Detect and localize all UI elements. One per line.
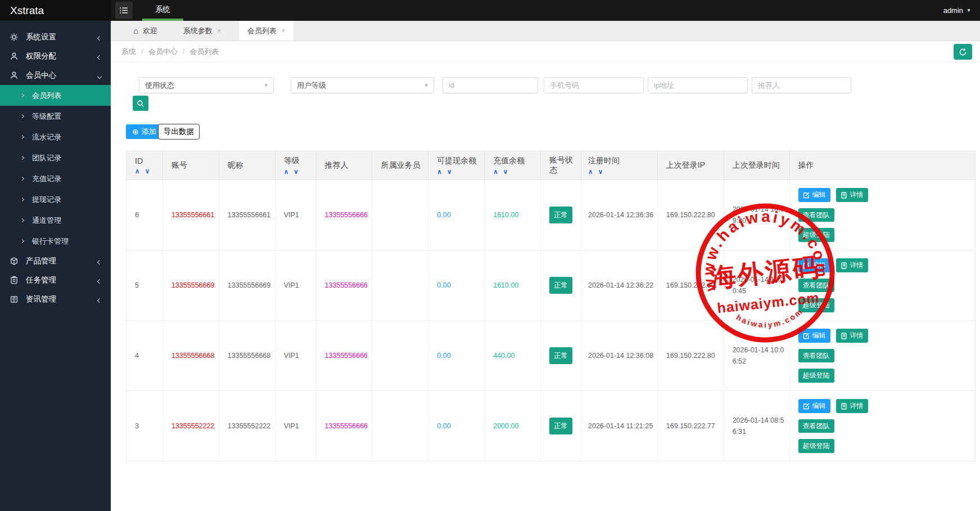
- topnav-item-system[interactable]: 系统: [142, 0, 183, 21]
- tab-system-params[interactable]: 系统参数 ×: [175, 21, 230, 41]
- cell-reg-time: 2026-01-14 11:21:25: [581, 391, 657, 461]
- chevron-left-icon: [98, 295, 101, 304]
- cell-account[interactable]: 13355552222: [162, 391, 219, 461]
- sidebar-subitem-recharge-records[interactable]: 充值记录: [0, 168, 111, 189]
- cube-icon: [10, 257, 19, 266]
- level-select[interactable]: 用户等级 ▾: [291, 77, 434, 93]
- chevron-right-icon: [20, 239, 24, 243]
- tab-welcome[interactable]: ⌂ 欢迎: [125, 21, 166, 41]
- refresh-button[interactable]: [954, 44, 972, 60]
- cell-level: VIP1: [275, 321, 316, 391]
- edit-button[interactable]: 编辑: [798, 258, 830, 272]
- chevron-left-icon: [98, 257, 101, 266]
- edit-button[interactable]: 编辑: [798, 399, 830, 413]
- sidebar-subitem-withdraw-records[interactable]: 提现记录: [0, 189, 111, 210]
- view-team-button[interactable]: 查看团队: [798, 419, 834, 433]
- cell-referrer[interactable]: 13355556666: [316, 391, 372, 461]
- sidebar-item-task-mgmt[interactable]: 任务管理: [0, 271, 111, 290]
- cell-account[interactable]: 13355556668: [162, 321, 219, 391]
- super-login-button[interactable]: 超级登陆: [798, 298, 834, 312]
- brand-logo: Xstrata: [0, 0, 111, 21]
- user-menu[interactable]: admin ▼: [943, 0, 971, 21]
- sidebar-subitem-bankcard-mgmt[interactable]: 银行卡管理: [0, 231, 111, 252]
- cell-actions: 编辑 详情 查看团队 超级登陆: [789, 391, 976, 461]
- chevron-right-icon: [20, 177, 24, 181]
- id-input[interactable]: [442, 77, 538, 93]
- chevron-right-icon: [20, 114, 24, 118]
- username: admin: [943, 0, 963, 21]
- edit-icon: [803, 403, 810, 410]
- edit-button[interactable]: 编辑: [798, 188, 830, 201]
- cell-account[interactable]: 13355556669: [162, 250, 219, 320]
- chevron-right-icon: [20, 135, 24, 139]
- chevron-left-icon: [98, 52, 101, 61]
- cell-last-ip: 169.150.222.77: [657, 391, 724, 461]
- cell-withdrawable: 0.00: [428, 391, 484, 461]
- sidebar-subitem-member-list[interactable]: 会员列表: [0, 85, 111, 106]
- super-login-button[interactable]: 超级登陆: [798, 369, 834, 382]
- view-team-button[interactable]: 查看团队: [798, 279, 834, 292]
- super-login-button[interactable]: 超级登陆: [798, 439, 834, 452]
- detail-button[interactable]: 详情: [836, 188, 868, 201]
- cell-last-login: 2026-01-14 10:06:52: [724, 321, 789, 391]
- sidebar-item-system-settings[interactable]: 系统设置: [0, 28, 111, 47]
- close-icon[interactable]: ×: [217, 26, 222, 35]
- sidebar-item-label: 任务管理: [26, 275, 56, 285]
- detail-button[interactable]: 详情: [836, 258, 868, 272]
- home-icon: ⌂: [133, 26, 138, 35]
- breadcrumb-item[interactable]: 会员中心: [148, 47, 178, 56]
- cell-referrer[interactable]: 13355556666: [316, 321, 372, 391]
- cell-reg-time: 2026-01-14 12:36:22: [581, 250, 657, 320]
- col-last-ip: 上次登录IP: [657, 151, 724, 180]
- table-row: 6 13355556661 13355556661 VIP1 133555566…: [126, 180, 976, 250]
- sidebar-subitem-flow-records[interactable]: 流水记录: [0, 127, 111, 147]
- cell-last-ip: 169.150.222.80: [657, 250, 724, 320]
- cell-id: 5: [127, 250, 162, 320]
- sort-icons[interactable]: ∧ ∨: [135, 167, 162, 175]
- sidebar-subitem-level-config[interactable]: 等级配置: [0, 106, 111, 127]
- tab-member-list[interactable]: 会员列表 ×: [239, 21, 294, 41]
- sidebar-item-label: 会员中心: [26, 70, 56, 80]
- export-button[interactable]: 导出数据: [158, 124, 200, 140]
- view-team-button[interactable]: 查看团队: [798, 349, 834, 362]
- table-row: 4 13355556668 13355556668 VIP1 133555566…: [126, 321, 976, 391]
- detail-button[interactable]: 详情: [836, 329, 868, 342]
- chevron-right-icon: [20, 218, 24, 222]
- phone-input[interactable]: [544, 77, 644, 93]
- col-withdrawable: 可提现余额 ∧ ∨: [428, 151, 484, 180]
- close-icon[interactable]: ×: [281, 26, 286, 35]
- sort-icons[interactable]: ∧ ∨: [284, 168, 316, 176]
- add-button[interactable]: ⊕ 添加: [126, 124, 162, 139]
- cell-level: VIP1: [275, 391, 316, 461]
- cell-referrer[interactable]: 13355556666: [316, 180, 372, 250]
- clipboard-icon: [10, 276, 19, 285]
- view-team-button[interactable]: 查看团队: [798, 208, 834, 222]
- breadcrumb-item[interactable]: 系统: [121, 47, 136, 56]
- detail-button[interactable]: 详情: [836, 399, 868, 413]
- cell-status: 正常: [540, 321, 581, 391]
- referrer-input[interactable]: [752, 77, 851, 93]
- select-caret-icon: ▾: [424, 82, 428, 89]
- sidebar-item-permissions[interactable]: 权限分配: [0, 47, 111, 66]
- sidebar-item-member-center[interactable]: 会员中心: [0, 66, 111, 85]
- cell-nickname: 13355556669: [219, 250, 275, 320]
- edit-button[interactable]: 编辑: [798, 329, 830, 342]
- sidebar-item-product-mgmt[interactable]: 产品管理: [0, 252, 111, 271]
- sidebar-subitem-team-records[interactable]: 团队记录: [0, 147, 111, 168]
- search-button[interactable]: [133, 96, 148, 111]
- col-reg-time: 注册时间 ∧ ∨: [581, 151, 657, 180]
- sidebar-subitem-channel-mgmt[interactable]: 通道管理: [0, 210, 111, 231]
- sort-icons[interactable]: ∧ ∨: [588, 168, 657, 176]
- cell-status: 正常: [540, 250, 581, 320]
- document-icon: [841, 262, 847, 269]
- ip-input[interactable]: [648, 77, 748, 93]
- sidebar-item-news-mgmt[interactable]: 资讯管理: [0, 290, 111, 309]
- cell-referrer[interactable]: 13355556666: [316, 250, 372, 320]
- hamburger-menu-button[interactable]: [115, 2, 133, 19]
- sort-icons[interactable]: ∧ ∨: [437, 168, 484, 176]
- cell-nickname: 13355556668: [219, 321, 275, 391]
- status-select[interactable]: 使用状态 ▾: [139, 77, 274, 93]
- cell-account[interactable]: 13355556661: [162, 180, 219, 250]
- sort-icons[interactable]: ∧ ∨: [493, 168, 540, 176]
- super-login-button[interactable]: 超级登陆: [798, 228, 834, 241]
